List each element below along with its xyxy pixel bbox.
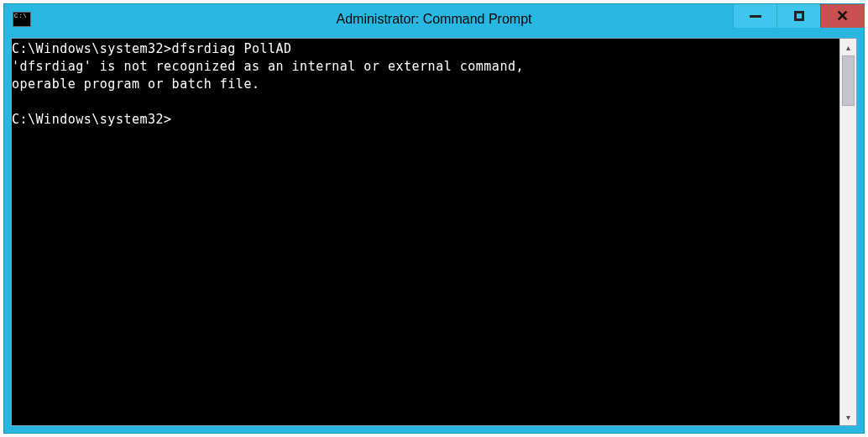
scroll-up-button[interactable]: ▴ (840, 39, 856, 55)
client-area: C:\Windows\system32>dfsrdiag PollAD 'dfs… (11, 38, 857, 426)
minimize-icon (750, 15, 761, 18)
scroll-thumb[interactable] (842, 55, 855, 106)
window-controls: ✕ (733, 4, 864, 28)
chevron-down-icon: ▾ (846, 413, 850, 422)
titlebar[interactable]: C:\ Administrator: Command Prompt ✕ (4, 4, 864, 34)
close-icon: ✕ (836, 8, 849, 24)
cmd-app-icon: C:\ (13, 12, 31, 27)
maximize-button[interactable] (776, 4, 820, 28)
console-output[interactable]: C:\Windows\system32>dfsrdiag PollAD 'dfs… (12, 39, 839, 425)
vertical-scrollbar[interactable]: ▴ ▾ (839, 39, 856, 425)
chevron-up-icon: ▴ (846, 43, 850, 52)
scroll-down-button[interactable]: ▾ (840, 408, 856, 425)
scroll-track[interactable] (840, 55, 856, 408)
minimize-button[interactable] (733, 4, 776, 28)
close-button[interactable]: ✕ (820, 4, 864, 28)
maximize-icon (794, 11, 804, 21)
command-prompt-window: C:\ Administrator: Command Prompt ✕ C:\W… (3, 3, 865, 434)
